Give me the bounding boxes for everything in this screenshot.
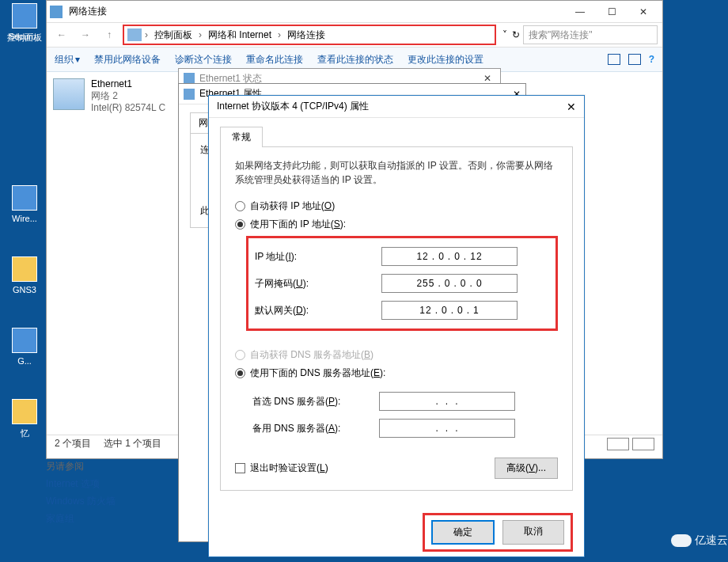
toolbar-viewstatus[interactable]: 查看此连接的状态 bbox=[317, 53, 393, 66]
pref-dns-label: 首选 DNS 服务器(P): bbox=[252, 395, 379, 408]
help-icon[interactable]: ? bbox=[649, 54, 654, 65]
tab-general[interactable]: 常规 bbox=[220, 127, 263, 147]
preview-icon[interactable] bbox=[628, 54, 641, 65]
ip-address-label: IP 地址(I): bbox=[255, 250, 381, 264]
ipv4-properties-dialog: Internet 协议版本 4 (TCP/IPv4) 属性 ✕ 常规 如果网络支… bbox=[208, 95, 585, 557]
alt-dns-input[interactable]: ... bbox=[379, 419, 515, 438]
chevron-down-icon: ▾ bbox=[75, 54, 80, 65]
minimize-button[interactable]: — bbox=[564, 1, 596, 23]
toolbar-rename[interactable]: 重命名此连接 bbox=[246, 53, 303, 66]
view-icon[interactable] bbox=[608, 54, 620, 65]
window-title: 网络连接 bbox=[69, 5, 564, 18]
crumb[interactable]: 网络和 Internet bbox=[205, 27, 275, 44]
ok-button[interactable]: 确定 bbox=[431, 520, 495, 545]
refresh-icon[interactable]: ↻ bbox=[512, 29, 520, 40]
search-input[interactable]: 搜索"网络连接" bbox=[523, 25, 658, 44]
folder-icon[interactable] bbox=[12, 256, 37, 282]
desktop-label[interactable]: Wire... bbox=[5, 214, 44, 223]
network-icon bbox=[127, 28, 142, 41]
adapter-icon bbox=[184, 89, 195, 100]
cancel-button[interactable]: 取消 bbox=[502, 520, 564, 545]
network-icon bbox=[50, 6, 63, 18]
maximize-button[interactable]: ☐ bbox=[596, 1, 628, 23]
forward-button[interactable]: → bbox=[75, 25, 96, 44]
shield-icon[interactable] bbox=[12, 3, 37, 28]
radio-use-dns-label: 使用下面的 DNS 服务器地址(E): bbox=[250, 366, 385, 380]
status-items: 2 个项目 bbox=[55, 437, 91, 450]
radio-use-dns[interactable] bbox=[235, 368, 245, 378]
nic-network: 网络 2 bbox=[91, 90, 165, 102]
subnet-mask-label: 子网掩码(U): bbox=[255, 277, 381, 290]
back-button[interactable]: ← bbox=[51, 25, 72, 44]
close-button[interactable]: ✕ bbox=[628, 1, 659, 23]
app-icon[interactable] bbox=[12, 328, 37, 353]
nic-name: Ethernet1 bbox=[91, 78, 165, 90]
validate-label: 退出时验证设置(L) bbox=[250, 461, 328, 475]
nic-device: Intel(R) 82574L C bbox=[91, 102, 165, 114]
gateway-input[interactable]: 12.0.0.1 bbox=[381, 301, 518, 320]
desktop-label[interactable]: G... bbox=[5, 356, 44, 366]
radio-auto-dns bbox=[235, 350, 245, 360]
dropdown-icon[interactable]: ˅ bbox=[502, 29, 507, 40]
radio-auto-ip-label: 自动获得 IP 地址(O) bbox=[250, 199, 335, 213]
app-icon[interactable] bbox=[12, 185, 37, 211]
status-selected: 选中 1 个项目 bbox=[104, 437, 161, 450]
desktop-label[interactable]: 忆 bbox=[5, 427, 44, 439]
desktop-label[interactable]: GNS3 bbox=[5, 285, 44, 294]
radio-use-ip-label: 使用下面的 IP 地址(S): bbox=[250, 218, 346, 231]
watermark: 亿速云 bbox=[671, 534, 728, 548]
crumb[interactable]: 网络连接 bbox=[284, 27, 328, 44]
up-button[interactable]: ↑ bbox=[99, 25, 119, 44]
link-firewall[interactable]: Windows 防火墙 bbox=[46, 492, 116, 510]
radio-use-ip[interactable] bbox=[235, 219, 245, 230]
validate-checkbox[interactable] bbox=[235, 463, 245, 473]
advanced-button[interactable]: 高级(V)... bbox=[495, 458, 558, 479]
organize-menu[interactable]: 组织 ▾ bbox=[55, 53, 80, 66]
radio-auto-ip[interactable] bbox=[235, 201, 245, 211]
folder-icon[interactable] bbox=[12, 399, 37, 424]
adapter-icon bbox=[53, 78, 85, 110]
radio-auto-dns-label: 自动获得 DNS 服务器地址(B) bbox=[250, 348, 373, 362]
toolbar-changeset[interactable]: 更改此连接的设置 bbox=[408, 53, 483, 66]
alt-dns-label: 备用 DNS 服务器(A): bbox=[252, 422, 379, 435]
close-button[interactable]: ✕ bbox=[480, 73, 495, 84]
breadcrumb[interactable]: › 控制面板 › 网络和 Internet › 网络连接 bbox=[123, 25, 496, 45]
desktop-label[interactable]: Securi... bbox=[5, 32, 44, 41]
gateway-label: 默认网关(D): bbox=[255, 304, 381, 317]
link-internet-options[interactable]: Internet 选项 bbox=[46, 475, 116, 492]
help-text: 如果网络支持此功能，则可以获取自动指派的 IP 设置。否则，你需要从网络系统管理… bbox=[235, 158, 558, 187]
dialog-title: Internet 协议版本 4 (TCP/IPv4) 属性 bbox=[217, 100, 552, 113]
pref-dns-input[interactable]: ... bbox=[379, 392, 515, 411]
ip-address-input[interactable]: 12.0.0.12 bbox=[381, 247, 518, 266]
toolbar-disable[interactable]: 禁用此网络设备 bbox=[94, 53, 161, 66]
link-homegroup[interactable]: 家庭组 bbox=[46, 510, 116, 527]
subnet-mask-input[interactable]: 255.0.0.0 bbox=[381, 274, 518, 293]
view-large-icon[interactable] bbox=[632, 438, 654, 450]
adapter-icon bbox=[184, 73, 195, 84]
crumb[interactable]: 控制面板 bbox=[151, 27, 195, 44]
view-details-icon[interactable] bbox=[607, 438, 629, 450]
see-also-label: 另请参阅 bbox=[46, 458, 116, 475]
close-button[interactable]: ✕ bbox=[552, 101, 576, 113]
cloud-icon bbox=[671, 534, 692, 547]
toolbar-diagnose[interactable]: 诊断这个连接 bbox=[175, 53, 232, 66]
